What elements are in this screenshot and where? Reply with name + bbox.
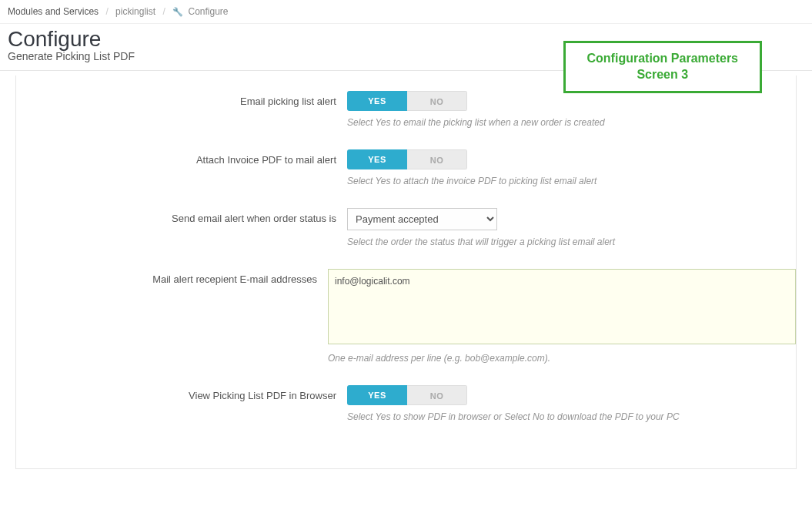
toggle-yes[interactable]: YES xyxy=(347,91,407,111)
breadcrumb-sep: / xyxy=(105,6,108,17)
help-attach-invoice: Select Yes to attach the invoice PDF to … xyxy=(347,176,796,186)
toggle-yes[interactable]: YES xyxy=(347,385,407,405)
toggle-no[interactable]: NO xyxy=(407,91,467,111)
toggle-no[interactable]: NO xyxy=(407,385,467,405)
callout-line1: Configuration Parameters xyxy=(587,51,738,67)
toggle-attach-invoice[interactable]: YES NO xyxy=(347,149,467,169)
help-view-browser: Select Yes to show PDF in browser or Sel… xyxy=(347,411,796,422)
select-order-status[interactable]: Payment accepted xyxy=(347,208,497,230)
textarea-recipients[interactable] xyxy=(328,269,796,344)
field-attach-invoice: Attach Invoice PDF to mail alert YES NO … xyxy=(16,149,796,186)
help-recipients: One e-mail address per line (e.g. bob@ex… xyxy=(328,353,796,364)
label-attach-invoice: Attach Invoice PDF to mail alert xyxy=(16,149,347,166)
toggle-yes[interactable]: YES xyxy=(347,149,407,169)
breadcrumb: Modules and Services / pickinglist / 🔧 C… xyxy=(0,0,812,24)
help-order-status: Select the order the status that will tr… xyxy=(347,236,796,247)
label-view-browser: View Picking List PDF in Browser xyxy=(16,385,347,401)
toggle-view-browser[interactable]: YES NO xyxy=(347,385,467,405)
field-order-status: Send email alert when order status is Pa… xyxy=(16,208,796,247)
config-panel: Email picking list alert YES NO Select Y… xyxy=(15,75,797,469)
toggle-email-alert[interactable]: YES NO xyxy=(347,91,467,111)
page-header: Configure Generate Picking List PDF Conf… xyxy=(0,27,812,70)
wrench-icon: 🔧 xyxy=(172,7,183,17)
field-view-browser: View Picking List PDF in Browser YES NO … xyxy=(16,385,796,422)
toggle-no[interactable]: NO xyxy=(407,149,467,169)
label-email-alert: Email picking list alert xyxy=(16,91,347,107)
field-email-alert: Email picking list alert YES NO Select Y… xyxy=(16,91,796,128)
field-recipients: Mail alert recepient E-mail addresses On… xyxy=(16,269,796,364)
breadcrumb-sep: / xyxy=(162,6,165,17)
help-email-alert: Select Yes to email the picking list whe… xyxy=(347,117,796,128)
breadcrumb-root[interactable]: Modules and Services xyxy=(8,6,99,17)
label-recipients: Mail alert recepient E-mail addresses xyxy=(16,269,328,285)
label-order-status: Send email alert when order status is xyxy=(16,208,347,224)
breadcrumb-leaf: Configure xyxy=(189,6,229,17)
breadcrumb-module[interactable]: pickinglist xyxy=(115,6,155,17)
